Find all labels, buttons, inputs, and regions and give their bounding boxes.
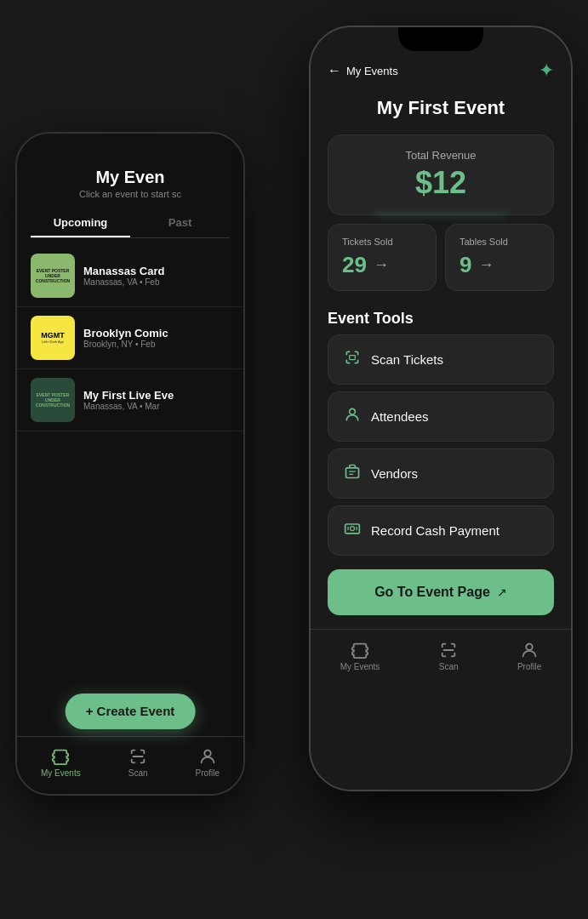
- front-nav-my-events-label: My Events: [340, 662, 380, 671]
- svg-rect-4: [345, 524, 360, 534]
- event-thumbnail: EVENT POSTERUNDERCONSTRUCTION: [31, 254, 75, 298]
- record-cash-label: Record Cash Payment: [371, 523, 500, 538]
- tickets-sold-value: 29: [342, 252, 367, 278]
- tickets-sold-label: Tickets Sold: [342, 237, 422, 247]
- list-item[interactable]: EVENT POSTERUNDERCONSTRUCTION My First L…: [17, 369, 243, 431]
- nav-my-events[interactable]: My Events: [41, 747, 81, 778]
- tables-sold-value: 9: [460, 252, 471, 278]
- record-cash-button[interactable]: Record Cash Payment: [328, 505, 554, 556]
- tickets-sold-card[interactable]: Tickets Sold 29 →: [328, 224, 437, 291]
- front-nav-my-events[interactable]: My Events: [340, 641, 380, 671]
- back-label: My Events: [346, 65, 398, 77]
- front-nav-scan-label: Scan: [439, 662, 459, 671]
- front-profile-icon: [520, 641, 539, 659]
- vendors-icon: [344, 463, 361, 484]
- svg-point-6: [526, 643, 532, 649]
- nav-profile-label: Profile: [196, 768, 220, 778]
- attendees-label: Attendees: [371, 409, 429, 424]
- back-arrow-icon: ←: [328, 63, 341, 78]
- bottom-nav: My Events Scan Profile: [17, 736, 243, 794]
- stats-row: Tickets Sold 29 → Tables Sold 9 →: [328, 224, 554, 291]
- event-list: EVENT POSTERUNDERCONSTRUCTION Manassas C…: [17, 238, 243, 438]
- tickets-arrow-icon: →: [374, 256, 389, 274]
- svg-point-0: [204, 750, 210, 756]
- tables-sold-label: Tables Sold: [460, 237, 539, 247]
- back-phone: My Even Click an event to start sc Upcom…: [15, 132, 245, 796]
- cash-icon: [344, 520, 361, 541]
- vendors-label: Vendors: [371, 466, 418, 481]
- nav-scan-label: Scan: [128, 768, 148, 778]
- front-ticket-icon: [351, 641, 369, 659]
- tab-past[interactable]: Past: [130, 209, 230, 237]
- tables-sold-card[interactable]: Tables Sold 9 →: [445, 224, 554, 291]
- tables-arrow-icon: →: [478, 256, 494, 274]
- event-meta: Manassas, VA • Mar: [83, 402, 230, 411]
- svg-point-2: [350, 408, 356, 414]
- scan-tickets-label: Scan Tickets: [371, 352, 443, 367]
- create-event-button[interactable]: + Create Event: [66, 694, 196, 729]
- go-event-label: Go To Event Page: [374, 585, 490, 600]
- front-phone: ← My Events ✦ My First Event Total Reven…: [309, 26, 573, 791]
- event-name: Brooklyn Comic: [83, 327, 230, 340]
- attendees-button[interactable]: Attendees: [328, 391, 554, 442]
- ticket-icon: [51, 747, 70, 766]
- create-event-label: + Create Event: [86, 704, 175, 718]
- revenue-label: Total Revenue: [345, 149, 536, 162]
- profile-icon: [198, 747, 217, 766]
- svg-point-5: [351, 527, 355, 531]
- back-button[interactable]: ← My Events: [328, 63, 398, 78]
- back-phone-title: My Even: [31, 168, 230, 187]
- list-item[interactable]: MGMT Little Dark Age Brooklyn Comic Broo…: [17, 307, 243, 369]
- front-scan-icon: [439, 641, 458, 659]
- nav-my-events-label: My Events: [41, 768, 81, 778]
- external-link-icon: ↗: [497, 585, 507, 599]
- svg-rect-3: [346, 468, 359, 478]
- tab-upcoming[interactable]: Upcoming: [31, 209, 130, 237]
- revenue-card: Total Revenue $12: [328, 134, 554, 215]
- nav-profile[interactable]: Profile: [196, 747, 220, 778]
- phone-notch: [398, 27, 483, 51]
- front-bottom-nav: My Events Scan Profile: [311, 629, 571, 690]
- event-thumbnail: MGMT Little Dark Age: [31, 316, 75, 360]
- revenue-amount: $12: [345, 165, 536, 201]
- event-thumbnail: EVENT POSTERUNDERCONSTRUCTION: [31, 378, 75, 422]
- event-meta: Brooklyn, NY • Feb: [83, 340, 230, 349]
- vendors-button[interactable]: Vendors: [328, 448, 554, 499]
- event-name: Manassas Card: [83, 265, 230, 277]
- event-title: My First Event: [311, 90, 571, 126]
- event-name: My First Live Eve: [83, 389, 230, 402]
- back-phone-subtitle: Click an event to start sc: [31, 189, 230, 199]
- scan-tickets-icon: [344, 349, 361, 370]
- go-to-event-button[interactable]: Go To Event Page ↗: [328, 569, 554, 615]
- list-item[interactable]: EVENT POSTERUNDERCONSTRUCTION Manassas C…: [17, 245, 243, 307]
- event-meta: Manassas, VA • Feb: [83, 277, 230, 287]
- svg-rect-1: [350, 356, 356, 360]
- attendees-icon: [344, 406, 361, 427]
- front-nav-profile-label: Profile: [517, 662, 541, 671]
- front-nav-profile[interactable]: Profile: [517, 641, 541, 671]
- sparkle-icon: ✦: [539, 60, 554, 82]
- front-nav-scan[interactable]: Scan: [439, 641, 459, 671]
- tools-list: Scan Tickets Attendees: [311, 334, 571, 556]
- tools-section-title: Event Tools: [311, 300, 571, 334]
- scan-tickets-button[interactable]: Scan Tickets: [328, 334, 554, 385]
- scan-icon: [128, 747, 147, 766]
- nav-scan[interactable]: Scan: [128, 747, 148, 778]
